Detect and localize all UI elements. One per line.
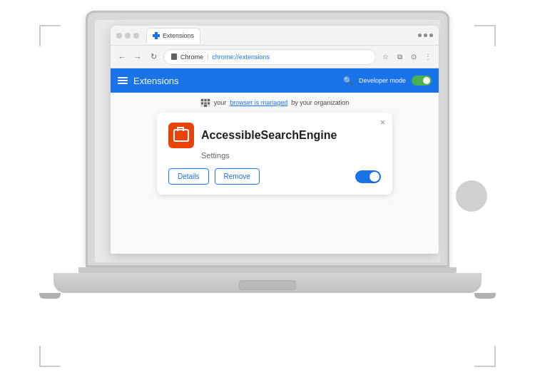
address-actions: ☆ ⧉ ⊙ ⋮: [380, 52, 433, 62]
svg-rect-2: [204, 99, 206, 101]
laptop-base: [54, 273, 482, 293]
developer-mode-toggle[interactable]: [412, 76, 432, 86]
extension-name: AccessibleSearchEngine: [201, 129, 337, 142]
building-icon: [200, 98, 210, 107]
hamburger-menu-icon[interactable]: [118, 77, 128, 84]
trackpad[interactable]: [239, 280, 296, 290]
browser-addressbar: ← → ↻ Chrome | chrome://extensions: [111, 46, 439, 68]
traffic-light-red: [116, 33, 122, 38]
corner-bracket-bl: [39, 346, 61, 367]
extensions-header-bar: Extensions 🔍 Developer mode: [111, 68, 439, 93]
close-icon[interactable]: ×: [380, 118, 385, 127]
corner-bracket-tl: [39, 25, 61, 46]
search-icon[interactable]: 🔍: [343, 76, 353, 86]
browser-titlebar: Extensions: [111, 26, 439, 46]
chrome-label: Chrome: [180, 53, 203, 61]
star-icon[interactable]: ☆: [380, 52, 390, 62]
extensions-tab[interactable]: Extensions: [146, 28, 200, 43]
puzzle-icon[interactable]: ⧉: [394, 52, 404, 62]
laptop-wrapper: Extensions ← →: [25, 11, 510, 381]
dot2: [424, 33, 427, 37]
extension-enable-toggle[interactable]: [355, 170, 381, 183]
developer-mode-label: Developer mode: [359, 77, 406, 84]
tab-label: Extensions: [163, 32, 194, 39]
corner-bracket-br: [474, 346, 496, 367]
svg-rect-4: [201, 103, 203, 105]
dot3: [429, 33, 433, 37]
tab-puzzle-icon: [153, 32, 160, 39]
svg-rect-7: [204, 105, 207, 107]
back-button[interactable]: ←: [116, 51, 128, 63]
extensions-page-title: Extensions: [133, 76, 179, 86]
more-icon[interactable]: ⋮: [423, 52, 433, 62]
svg-rect-6: [208, 103, 210, 105]
forward-button[interactable]: →: [132, 51, 143, 63]
browser-content: your browser is managed by your organiza…: [111, 93, 439, 254]
managed-suffix: by your organization: [291, 99, 349, 106]
dot1: [418, 33, 422, 37]
managed-prefix: your: [214, 99, 227, 106]
managed-link[interactable]: browser is managed: [230, 99, 287, 106]
laptop-feet: [39, 293, 496, 300]
laptop-hinge: [78, 267, 457, 273]
details-button[interactable]: Details: [168, 168, 209, 185]
extension-subtitle: Settings: [168, 151, 381, 160]
laptop-screen-inner: Extensions ← →: [95, 20, 440, 262]
address-separator: |: [207, 53, 208, 61]
browser-window: Extensions ← →: [111, 26, 439, 254]
svg-rect-3: [208, 99, 210, 101]
address-field[interactable]: Chrome | chrome://extensions: [163, 49, 376, 65]
laptop-foot-left: [39, 293, 61, 299]
svg-rect-1: [201, 99, 203, 101]
managed-banner: your browser is managed by your organiza…: [200, 98, 350, 107]
security-lock-icon: [171, 53, 177, 60]
extension-logo-inner: [173, 129, 189, 142]
reload-button[interactable]: ↻: [148, 51, 159, 63]
laptop-foot-right: [474, 293, 496, 299]
corner-bracket-tr: [474, 25, 496, 46]
side-decoration-circle: [456, 180, 487, 212]
card-actions: Details Remove: [168, 168, 381, 185]
browser-dots-menu: [418, 33, 433, 37]
traffic-light-green: [133, 33, 139, 38]
extension-card: × AccessibleSearchEngine Settings Detail…: [157, 113, 392, 195]
remove-button[interactable]: Remove: [215, 168, 260, 185]
account-icon[interactable]: ⊙: [409, 52, 419, 62]
laptop-screen: Extensions ← →: [86, 11, 449, 267]
extension-logo: [168, 123, 194, 148]
address-url: chrome://extensions: [212, 53, 270, 61]
card-header: AccessibleSearchEngine: [168, 123, 381, 148]
svg-rect-5: [204, 103, 206, 105]
extensions-header-actions: 🔍 Developer mode: [343, 76, 432, 86]
traffic-light-yellow: [125, 33, 131, 38]
